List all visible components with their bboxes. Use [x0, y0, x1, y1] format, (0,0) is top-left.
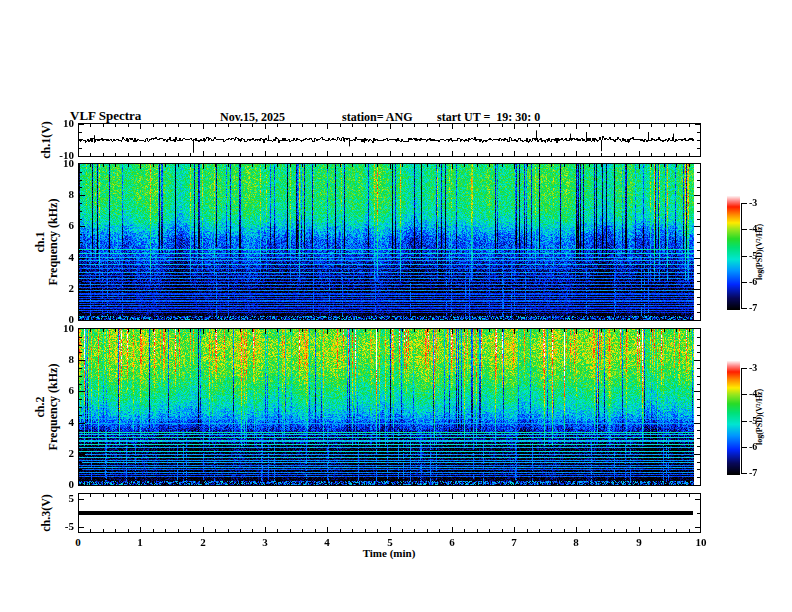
time-tick — [589, 482, 590, 485]
time-tick — [676, 164, 677, 167]
time-tick — [489, 482, 490, 485]
time-tick — [327, 527, 328, 532]
time-tick — [402, 482, 403, 485]
time-tick — [427, 329, 428, 332]
colorbar-tick-label: -4 — [749, 223, 767, 234]
y-tick-label: 2 — [46, 447, 74, 459]
time-tick — [153, 124, 154, 127]
time-tick — [576, 164, 577, 169]
time-tick — [377, 164, 378, 167]
time-tick — [240, 529, 241, 532]
time-tick — [527, 124, 528, 127]
time-tick — [315, 124, 316, 127]
time-tick — [277, 329, 278, 332]
freq-tick — [697, 407, 700, 408]
time-tick — [664, 529, 665, 532]
time-tick — [140, 494, 141, 499]
time-tick — [252, 529, 253, 532]
colorbar-tick — [741, 282, 747, 283]
colorbar-tick-label: -6 — [749, 276, 767, 287]
time-tick — [190, 317, 191, 320]
time-tick — [178, 317, 179, 320]
y-tick-label: 5 — [42, 492, 74, 504]
time-tick — [365, 153, 366, 156]
time-tick — [390, 527, 391, 532]
volt-tick — [79, 124, 84, 125]
time-tick — [377, 317, 378, 320]
freq-tick — [79, 281, 82, 282]
freq-tick — [79, 195, 85, 196]
x-tick-label: 4 — [317, 536, 337, 548]
freq-tick — [79, 337, 82, 338]
time-tick — [327, 315, 328, 320]
time-tick — [639, 315, 640, 320]
time-tick — [327, 164, 328, 169]
freq-tick — [697, 376, 700, 377]
freq-tick — [697, 384, 700, 385]
time-tick — [103, 529, 104, 532]
time-tick — [240, 494, 241, 497]
time-tick — [252, 494, 253, 497]
time-tick — [477, 124, 478, 127]
time-tick — [601, 529, 602, 532]
time-tick — [203, 480, 204, 485]
time-tick — [452, 480, 453, 485]
freq-tick — [694, 289, 700, 290]
time-tick — [502, 482, 503, 485]
freq-tick — [697, 368, 700, 369]
time-tick — [165, 329, 166, 332]
x-tick-label: 0 — [68, 536, 88, 548]
time-tick — [664, 329, 665, 332]
time-tick — [265, 315, 266, 320]
time-tick — [390, 315, 391, 320]
time-tick — [365, 529, 366, 532]
time-tick — [664, 482, 665, 485]
freq-tick — [79, 352, 82, 353]
time-tick — [626, 317, 627, 320]
time-tick — [215, 482, 216, 485]
time-tick — [576, 480, 577, 485]
time-tick — [626, 482, 627, 485]
volt-tick — [79, 132, 82, 133]
y-tick-label: 6 — [46, 384, 74, 396]
time-tick — [203, 527, 204, 532]
time-tick — [327, 494, 328, 499]
time-tick — [651, 153, 652, 156]
y-tick-label: 8 — [46, 353, 74, 365]
time-tick — [614, 329, 615, 332]
time-tick — [352, 329, 353, 332]
time-tick — [614, 317, 615, 320]
freq-tick — [697, 312, 700, 313]
time-tick — [477, 317, 478, 320]
time-tick — [128, 317, 129, 320]
y-tick-label: 0 — [46, 478, 74, 490]
y-tick-label: 4 — [46, 251, 74, 263]
time-tick — [352, 153, 353, 156]
time-tick — [390, 494, 391, 499]
time-tick — [527, 494, 528, 497]
time-tick — [489, 124, 490, 127]
time-tick — [327, 480, 328, 485]
time-tick — [277, 317, 278, 320]
time-tick — [228, 153, 229, 156]
ch2-frequency-axis-label-line2: Frequency (kHz) — [47, 364, 60, 451]
time-tick — [651, 494, 652, 497]
time-tick — [589, 494, 590, 497]
time-tick — [502, 329, 503, 332]
time-tick — [240, 482, 241, 485]
time-tick — [551, 329, 552, 332]
freq-tick — [697, 469, 700, 470]
time-tick — [576, 124, 577, 129]
time-tick — [614, 164, 615, 167]
time-tick — [315, 482, 316, 485]
time-tick — [539, 164, 540, 167]
freq-tick — [694, 423, 700, 424]
time-tick — [90, 494, 91, 497]
volt-tick — [695, 124, 700, 125]
time-tick — [427, 529, 428, 532]
time-tick — [464, 153, 465, 156]
time-tick — [252, 317, 253, 320]
time-tick — [115, 164, 116, 167]
time-tick — [651, 329, 652, 332]
volt-tick — [79, 513, 82, 514]
